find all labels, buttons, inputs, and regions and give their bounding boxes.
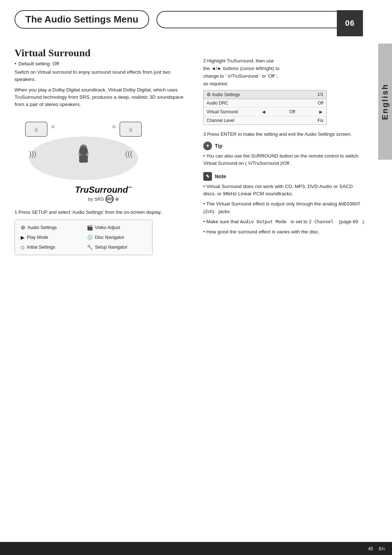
bottom-bar: 45 En bbox=[0, 542, 392, 555]
menu-item-label: Video Adjust bbox=[95, 225, 120, 230]
note-section: ✎ Note • Virtual Surround does not work … bbox=[203, 172, 367, 236]
virtual-surround-row: Virtual Surround ◄ Off ► bbox=[204, 107, 326, 117]
audio-drc-value: Off bbox=[318, 101, 323, 106]
svg-text:))): ))) bbox=[29, 150, 36, 158]
step-2-line2: the ◄/► buttons (cursor left/right) to bbox=[203, 66, 367, 71]
tip-label: Tip bbox=[215, 143, 222, 149]
svg-text:(((: ((( bbox=[125, 150, 132, 158]
section-title: Virtual Surround bbox=[15, 47, 192, 59]
menu-item-setup-navigator: 🔧 Setup Navigator bbox=[84, 242, 150, 252]
menu-item-label: Setup Navigator bbox=[95, 245, 128, 250]
video-adjust-icon: 🎬 bbox=[87, 225, 93, 230]
disc-navigator-icon: 💿 bbox=[87, 234, 93, 240]
virtual-surround-value: Off bbox=[289, 109, 295, 114]
brand-name: TruSurround™ bbox=[15, 185, 192, 195]
svg-point-12 bbox=[79, 147, 88, 155]
svg-rect-13 bbox=[79, 155, 88, 163]
bottom-page-number: 45 bbox=[368, 546, 373, 551]
menu-item-label: Disc Navigator bbox=[95, 235, 124, 240]
body-text-2: When you play a Dolby Digital soundtrack… bbox=[15, 86, 192, 109]
note-item-1: • Virtual Surround does not work with CD… bbox=[203, 183, 367, 198]
setup-navigator-icon: 🔧 bbox=[87, 244, 93, 250]
menu-item-label: Play Mode bbox=[27, 235, 48, 240]
audio-drc-label: Audio DRC bbox=[207, 101, 228, 106]
tip-icon: ✦ bbox=[203, 142, 212, 150]
note-label: Note bbox=[215, 174, 226, 179]
left-arrow: ◄ bbox=[261, 109, 266, 115]
menu-item-video-adjust: 🎬 Video Adjust bbox=[84, 223, 150, 232]
note-item-4: • How good the surround effect is varies… bbox=[203, 228, 367, 236]
menu-grid: ⚙ Audio Settings 🎬 Video Adjust ▶ Play M… bbox=[15, 220, 152, 255]
menu-item-disc-navigator: 💿 Disc Navigator bbox=[84, 233, 150, 242]
trusurround-logo: TruSurround™ by SRS SRS ⊕ bbox=[15, 185, 192, 203]
language-label: English bbox=[380, 83, 390, 120]
right-section: 2 Highlight TruSurround, then use the ◄/… bbox=[203, 58, 367, 241]
header-line-decoration bbox=[156, 11, 363, 28]
step-2-line1: 2 Highlight TruSurround, then use bbox=[203, 58, 367, 64]
initial-settings-icon: ◇ bbox=[21, 244, 25, 250]
main-left-section: Virtual Surround Default setting: Off Sw… bbox=[15, 47, 192, 255]
tip-section: ✦ Tip • You can also use the SURROUND bu… bbox=[203, 142, 367, 167]
brand-sub: by SRS SRS ⊕ bbox=[15, 195, 192, 203]
svg-text:((: (( bbox=[35, 127, 38, 132]
audio-settings-icon: ⚙ bbox=[21, 225, 25, 230]
audio-drc-row: Audio DRC Off bbox=[204, 99, 326, 107]
menu-item-label: Initial Settings bbox=[27, 245, 55, 250]
note-icon: ✎ bbox=[203, 172, 212, 181]
audio-table-page: 1/1 bbox=[317, 92, 323, 97]
step-3-text: 3 Press ENTER to make the setting and ex… bbox=[203, 131, 367, 138]
play-mode-icon: ▶ bbox=[21, 234, 25, 240]
bottom-lang: En bbox=[379, 546, 385, 551]
step-1-text: 1 Press SETUP and select 'Audio Settings… bbox=[15, 209, 192, 216]
channel-level-value: Fix bbox=[318, 118, 323, 123]
step-2-line3: change to ' V/TruSurround ' or 'Off ', bbox=[203, 73, 367, 79]
note-header: ✎ Note bbox=[203, 172, 367, 181]
menu-item-audio-settings: ⚙ Audio Settings bbox=[18, 223, 83, 232]
svg-text:)): )) bbox=[129, 127, 132, 132]
surround-illustration: (( ≋ )) ≋ ))) ((( ♪ bbox=[15, 115, 152, 180]
audio-settings-table: ⚙ Audio Settings 1/1 Audio DRC Off Virtu… bbox=[203, 90, 327, 125]
audio-table-header: ⚙ Audio Settings 1/1 bbox=[204, 90, 326, 99]
note-item-2: • The Virtual Surround effect is output … bbox=[203, 200, 367, 215]
step-2-line4: as required. bbox=[203, 81, 367, 86]
tip-text: • You can also use the SURROUND button o… bbox=[203, 152, 367, 167]
menu-item-play-mode: ▶ Play Mode bbox=[18, 233, 83, 242]
channel-level-label: Channel Level bbox=[207, 118, 234, 123]
tip-header: ✦ Tip bbox=[203, 142, 367, 150]
right-arrow: ► bbox=[318, 109, 323, 115]
language-sidebar: English bbox=[378, 44, 392, 160]
page-title: The Audio Settings Menu bbox=[15, 10, 149, 29]
page-number-tab: 06 bbox=[337, 10, 363, 36]
note-item-3: • Make sure that Audio Output Mode is se… bbox=[203, 218, 367, 225]
body-text-1: Switch on Virtual surround to enjoy surr… bbox=[15, 69, 192, 83]
menu-item-initial-settings: ◇ Initial Settings bbox=[18, 242, 83, 252]
page-header: The Audio Settings Menu 06 bbox=[15, 10, 363, 29]
srs-logo: SRS bbox=[106, 195, 114, 203]
virtual-surround-label: Virtual Surround bbox=[207, 109, 238, 114]
on-screen-menu: ⚙ Audio Settings 🎬 Video Adjust ▶ Play M… bbox=[15, 220, 152, 255]
audio-table-title: ⚙ Audio Settings bbox=[207, 92, 240, 97]
svg-text:≋: ≋ bbox=[112, 124, 116, 130]
svg-text:≋: ≋ bbox=[51, 124, 55, 130]
channel-level-row: Channel Level Fix bbox=[204, 117, 326, 125]
menu-item-label: Audio Settings bbox=[28, 225, 57, 230]
default-setting: Default setting: Off bbox=[15, 61, 192, 66]
